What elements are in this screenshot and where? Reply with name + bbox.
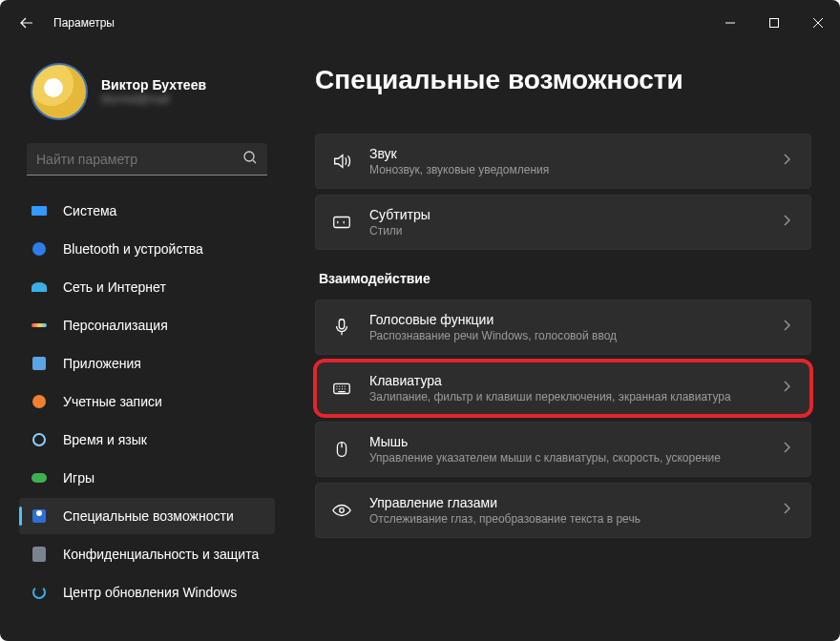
card-title: Звук: [369, 146, 763, 161]
speaker-icon: [331, 151, 352, 172]
shield-icon: [31, 546, 48, 563]
sidebar-item-label: Bluetooth и устройства: [63, 241, 203, 257]
clock-icon: [31, 431, 48, 448]
accessibility-icon: [31, 507, 48, 525]
card-title: Субтитры: [369, 207, 763, 222]
sidebar-item-apps[interactable]: Приложения: [19, 345, 275, 382]
chevron-right-icon: [780, 380, 795, 397]
app-title: Параметры: [53, 16, 115, 30]
profile-block[interactable]: Виктор Бухтеев blurred@mail: [19, 63, 275, 120]
section-header-interaction: Взаимодействие: [319, 271, 808, 286]
card-mouse[interactable]: МышьУправление указателем мыши с клавиат…: [315, 422, 811, 477]
search-icon: [242, 150, 258, 169]
sidebar-item-label: Система: [63, 203, 116, 218]
svg-rect-2: [334, 217, 350, 228]
user-email: blurred@mail: [101, 93, 206, 106]
eye-icon: [331, 500, 352, 521]
chevron-right-icon: [780, 441, 795, 458]
card-title: Мышь: [369, 434, 763, 449]
sidebar-item-network[interactable]: Сеть и Интернет: [19, 269, 275, 305]
close-button[interactable]: [796, 8, 840, 38]
sidebar-item-label: Игры: [63, 470, 94, 486]
sidebar-item-label: Приложения: [63, 356, 141, 371]
card-eye-control[interactable]: Управление глазамиОтслеживание глаз, пре…: [315, 483, 811, 538]
sidebar-item-windows-update[interactable]: Центр обновления Windows: [19, 574, 275, 610]
person-icon: [31, 393, 48, 410]
card-subtitle: Монозвук, звуковые уведомления: [369, 163, 763, 176]
sidebar-item-label: Сеть и Интернет: [63, 279, 166, 295]
card-title: Управление глазами: [369, 495, 763, 510]
minimize-button[interactable]: [708, 8, 752, 38]
apps-icon: [31, 355, 48, 372]
card-subtitle: Распознавание речи Windows, голосовой вв…: [369, 329, 763, 342]
sidebar-item-accessibility[interactable]: Специальные возможности: [19, 498, 275, 534]
sidebar-item-time-language[interactable]: Время и язык: [19, 422, 275, 458]
user-name: Виктор Бухтеев: [101, 77, 206, 93]
microphone-icon: [331, 317, 352, 338]
card-sound[interactable]: ЗвукМонозвук, звуковые уведомления: [315, 134, 811, 189]
card-subtitle: Стили: [369, 224, 763, 238]
chevron-right-icon: [780, 214, 795, 231]
card-subtitle: Управление указателем мыши с клавиатуры,…: [369, 451, 763, 465]
sidebar-item-label: Конфиденциальность и защита: [63, 547, 259, 562]
card-title: Голосовые функции: [369, 312, 763, 327]
sidebar-item-label: Центр обновления Windows: [63, 585, 237, 600]
card-title: Клавиатура: [369, 373, 763, 388]
sidebar-item-label: Время и язык: [63, 432, 147, 447]
card-subtitle: Залипание, фильтр и клавиши переключения…: [369, 390, 763, 403]
card-captions[interactable]: СубтитрыСтили: [315, 195, 811, 250]
back-button[interactable]: [17, 13, 36, 32]
sidebar-item-bluetooth[interactable]: Bluetooth и устройства: [19, 231, 275, 267]
chevron-right-icon: [780, 153, 795, 170]
maximize-button[interactable]: [752, 8, 796, 38]
search-input[interactable]: [36, 152, 242, 167]
card-keyboard[interactable]: КлавиатураЗалипание, фильтр и клавиши пе…: [315, 361, 811, 416]
mouse-icon: [331, 439, 352, 460]
sidebar-item-personalization[interactable]: Персонализация: [19, 307, 275, 343]
svg-point-1: [244, 152, 254, 161]
wifi-icon: [31, 279, 48, 296]
svg-rect-3: [339, 320, 345, 329]
svg-rect-0: [770, 19, 779, 28]
sidebar-item-gaming[interactable]: Игры: [19, 460, 275, 496]
sidebar-item-label: Учетные записи: [63, 394, 162, 409]
sidebar-item-label: Персонализация: [63, 318, 168, 333]
update-icon: [31, 584, 48, 601]
sidebar-item-system[interactable]: Система: [19, 193, 275, 229]
card-speech[interactable]: Голосовые функцииРаспознавание речи Wind…: [315, 300, 811, 355]
sidebar-item-privacy[interactable]: Конфиденциальность и защита: [19, 536, 275, 572]
sidebar-item-accounts[interactable]: Учетные записи: [19, 383, 275, 420]
page-title: Специальные возможности: [315, 65, 811, 95]
bluetooth-icon: [31, 240, 48, 258]
gamepad-icon: [31, 469, 48, 486]
svg-point-6: [340, 508, 345, 513]
sidebar-item-label: Специальные возможности: [63, 508, 234, 524]
search-box[interactable]: [27, 143, 267, 176]
chevron-right-icon: [780, 319, 795, 336]
keyboard-icon: [331, 378, 352, 399]
main-content: Специальные возможности ЗвукМонозвук, зв…: [286, 46, 840, 641]
card-subtitle: Отслеживание глаз, преобразование текста…: [369, 512, 763, 526]
captions-icon: [331, 212, 352, 233]
chevron-right-icon: [780, 502, 795, 519]
sidebar: Виктор Бухтеев blurred@mail Система Blue…: [0, 46, 286, 641]
monitor-icon: [31, 202, 48, 219]
avatar: [31, 63, 88, 120]
brush-icon: [31, 317, 48, 334]
